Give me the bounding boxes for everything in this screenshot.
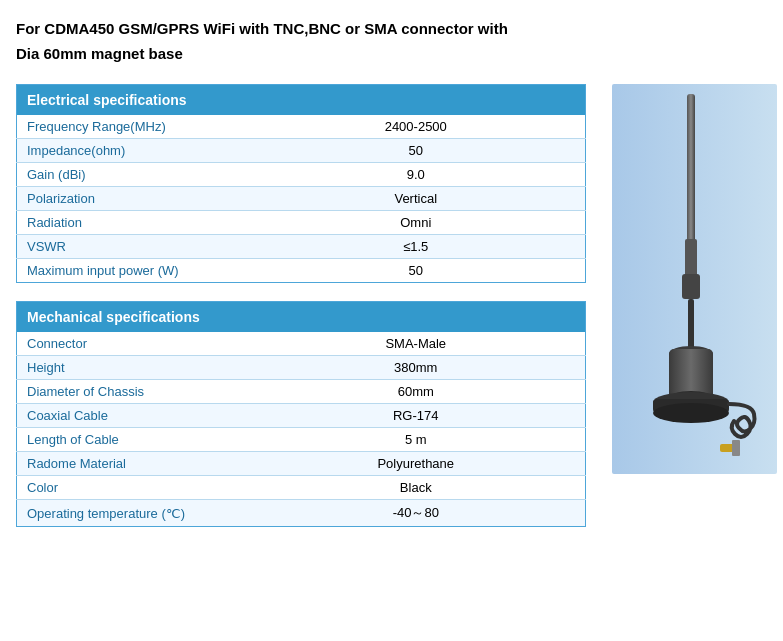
- spec-label: Frequency Range(MHz): [17, 115, 247, 139]
- tables-section: Electrical specifications Frequency Rang…: [16, 84, 586, 545]
- spec-label: Radome Material: [17, 452, 247, 476]
- electrical-table: Electrical specifications Frequency Rang…: [16, 84, 586, 283]
- table-row: VSWR ≤1.5: [17, 235, 586, 259]
- mechanical-table: Mechanical specifications Connector SMA-…: [16, 301, 586, 527]
- table-row: Length of Cable 5 m: [17, 428, 586, 452]
- table-row: Operating temperature (℃) -40～80: [17, 500, 586, 527]
- table-row: Radome Material Polyurethane: [17, 452, 586, 476]
- spec-value: -40～80: [247, 500, 586, 527]
- table-row: Diameter of Chassis 60mm: [17, 380, 586, 404]
- spec-value: 2400-2500: [247, 115, 586, 139]
- table-row: Coaxial Cable RG-174: [17, 404, 586, 428]
- spec-label: Connector: [17, 332, 247, 356]
- spec-label: Diameter of Chassis: [17, 380, 247, 404]
- svg-rect-12: [732, 440, 740, 456]
- header-subtitle: Dia 60mm magnet base: [16, 45, 767, 62]
- table-row: Radiation Omni: [17, 211, 586, 235]
- spec-value: 60mm: [247, 380, 586, 404]
- spec-value: 380mm: [247, 356, 586, 380]
- spec-label: Gain (dBi): [17, 163, 247, 187]
- spec-value: Omni: [247, 211, 586, 235]
- spec-value: 5 m: [247, 428, 586, 452]
- svg-point-10: [653, 403, 729, 423]
- main-layout: Electrical specifications Frequency Rang…: [16, 84, 767, 545]
- electrical-heading: Electrical specifications: [17, 85, 586, 116]
- image-section: [604, 84, 783, 474]
- spec-label: Length of Cable: [17, 428, 247, 452]
- spec-label: Polarization: [17, 187, 247, 211]
- spec-value: 9.0: [247, 163, 586, 187]
- table-row: Connector SMA-Male: [17, 332, 586, 356]
- antenna-image: [612, 84, 777, 474]
- spec-label: Radiation: [17, 211, 247, 235]
- spec-value: Black: [247, 476, 586, 500]
- spec-value: ≤1.5: [247, 235, 586, 259]
- spec-value: 50: [247, 139, 586, 163]
- spec-value: Polyurethane: [247, 452, 586, 476]
- spec-value: SMA-Male: [247, 332, 586, 356]
- svg-rect-2: [685, 239, 697, 279]
- spec-value: RG-174: [247, 404, 586, 428]
- table-row: Polarization Vertical: [17, 187, 586, 211]
- table-row: Maximum input power (W) 50: [17, 259, 586, 283]
- spec-label: Maximum input power (W): [17, 259, 247, 283]
- spec-value: 50: [247, 259, 586, 283]
- spec-label: Height: [17, 356, 247, 380]
- svg-rect-3: [682, 274, 700, 299]
- table-row: Frequency Range(MHz) 2400-2500: [17, 115, 586, 139]
- mechanical-heading: Mechanical specifications: [17, 302, 586, 333]
- spec-value: Vertical: [247, 187, 586, 211]
- table-row: Gain (dBi) 9.0: [17, 163, 586, 187]
- spec-label: Coaxial Cable: [17, 404, 247, 428]
- table-row: Height 380mm: [17, 356, 586, 380]
- spec-label: VSWR: [17, 235, 247, 259]
- table-row: Impedance(ohm) 50: [17, 139, 586, 163]
- table-row: Color Black: [17, 476, 586, 500]
- spec-label: Impedance(ohm): [17, 139, 247, 163]
- spec-label: Color: [17, 476, 247, 500]
- svg-rect-4: [688, 299, 694, 349]
- header-title: For CDMA450 GSM/GPRS WiFi with TNC,BNC o…: [16, 18, 767, 39]
- spec-label: Operating temperature (℃): [17, 500, 247, 527]
